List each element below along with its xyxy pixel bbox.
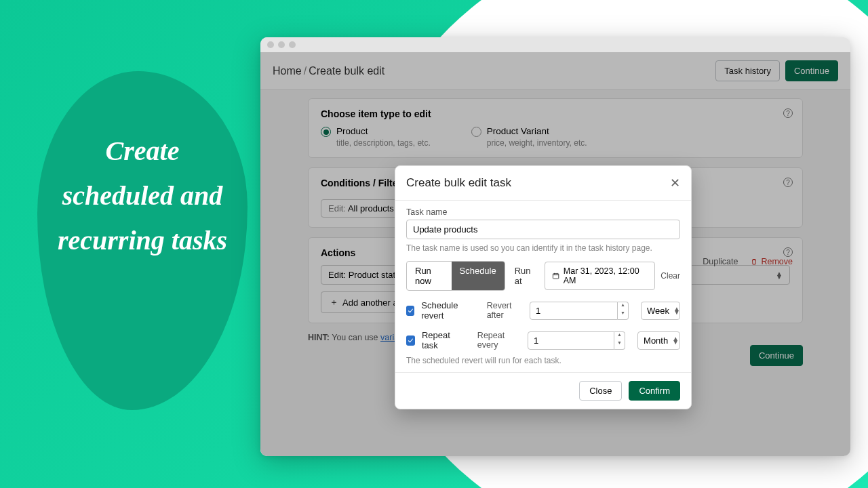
close-icon[interactable]: ✕ bbox=[670, 176, 680, 190]
radio-product-variant[interactable]: Product Variant price, weight, inventory… bbox=[471, 126, 587, 148]
chevron-up-icon: ▲ bbox=[618, 302, 628, 311]
action-edit-prefix: Edit: bbox=[328, 270, 346, 280]
trash-icon bbox=[750, 258, 758, 266]
remove-action[interactable]: Remove bbox=[750, 257, 793, 266]
window-max-dot[interactable] bbox=[289, 41, 296, 48]
clear-date-link[interactable]: Clear bbox=[660, 271, 680, 281]
chevron-updown-icon: ▲▼ bbox=[673, 307, 680, 314]
chevron-updown-icon: ▲▼ bbox=[776, 272, 783, 279]
run-now-option[interactable]: Run now bbox=[407, 262, 452, 290]
repeat-unit-select[interactable]: Month ▲▼ bbox=[637, 331, 680, 350]
radio-variant-desc: price, weight, inventory, etc. bbox=[487, 138, 587, 148]
check-icon bbox=[407, 307, 414, 314]
app-header: Home/Create bulk edit Task history Conti… bbox=[260, 52, 850, 90]
radio-variant-label: Product Variant bbox=[487, 126, 587, 136]
revert-after-stepper[interactable]: ▲▼ bbox=[618, 302, 629, 320]
task-history-button[interactable]: Task history bbox=[715, 60, 780, 81]
modal-title: Create bulk edit task bbox=[406, 176, 511, 190]
repeat-task-label: Repeat task bbox=[422, 330, 462, 350]
check-icon bbox=[407, 337, 414, 344]
revert-unit-select[interactable]: Week ▲▼ bbox=[641, 302, 680, 320]
revert-after-label: Revert after bbox=[487, 301, 523, 320]
duplicate-action[interactable]: Duplicate bbox=[703, 257, 738, 266]
breadcrumb-separator: / bbox=[304, 65, 307, 77]
run-mode-segment: Run now Schedule bbox=[406, 261, 505, 291]
run-at-datepicker[interactable]: Mar 31, 2023, 12:00 AM bbox=[545, 262, 656, 290]
schedule-revert-label: Schedule revert bbox=[421, 300, 471, 321]
run-at-value: Mar 31, 2023, 12:00 AM bbox=[564, 266, 648, 285]
chevron-updown-icon: ▲▼ bbox=[672, 337, 679, 344]
help-icon[interactable]: ? bbox=[783, 247, 793, 257]
radio-product-desc: title, description, tags, etc. bbox=[336, 138, 431, 148]
radio-product[interactable]: Product title, description, tags, etc. bbox=[321, 126, 431, 148]
modal-close-button[interactable]: Close bbox=[579, 381, 622, 401]
task-name-help: The task name is used so you can identif… bbox=[406, 243, 680, 253]
repeat-task-checkbox[interactable] bbox=[406, 336, 415, 346]
repeat-help-text: The scheduled revert will run for each t… bbox=[406, 356, 680, 365]
conditions-value: All products bbox=[348, 203, 394, 214]
chevron-up-icon: ▲ bbox=[614, 332, 625, 341]
calendar-icon bbox=[552, 272, 559, 280]
plus-icon: ＋ bbox=[330, 296, 338, 308]
run-at-label: Run at bbox=[515, 266, 539, 286]
help-icon[interactable]: ? bbox=[783, 108, 793, 118]
promo-headline: Create scheduled and recurring tasks bbox=[47, 129, 237, 263]
chevron-down-icon: ▼ bbox=[618, 310, 628, 319]
repeat-unit-value: Month bbox=[644, 336, 668, 346]
hint-body: You can use bbox=[332, 333, 380, 342]
chevron-down-icon: ▼ bbox=[614, 340, 625, 349]
window-titlebar bbox=[260, 37, 850, 52]
breadcrumb-home[interactable]: Home bbox=[273, 65, 302, 77]
continue-bottom-button[interactable]: Continue bbox=[750, 345, 803, 366]
conditions-summary-pill[interactable]: Edit: All products bbox=[321, 199, 401, 218]
create-task-modal: Create bulk edit task ✕ Task name The ta… bbox=[395, 165, 692, 409]
remove-action-label: Remove bbox=[761, 257, 793, 266]
radio-selected-icon bbox=[321, 127, 331, 137]
window-close-dot[interactable] bbox=[267, 41, 274, 48]
task-name-input[interactable] bbox=[406, 220, 680, 239]
svg-rect-0 bbox=[553, 274, 558, 279]
task-name-label: Task name bbox=[406, 207, 680, 217]
repeat-every-stepper[interactable]: ▲▼ bbox=[614, 331, 625, 350]
hint-prefix: HINT: bbox=[308, 333, 330, 342]
breadcrumb-current: Create bulk edit bbox=[309, 65, 384, 77]
window-min-dot[interactable] bbox=[278, 41, 285, 48]
choose-type-title: Choose item type to edit bbox=[321, 108, 790, 119]
edit-prefix: Edit: bbox=[328, 203, 346, 214]
revert-unit-value: Week bbox=[647, 306, 669, 316]
modal-confirm-button[interactable]: Confirm bbox=[629, 381, 680, 401]
repeat-every-input[interactable] bbox=[528, 331, 614, 350]
schedule-option[interactable]: Schedule bbox=[452, 262, 505, 290]
repeat-every-label: Repeat every bbox=[477, 331, 521, 350]
schedule-revert-checkbox[interactable] bbox=[406, 306, 414, 316]
continue-button[interactable]: Continue bbox=[785, 60, 838, 81]
radio-unselected-icon bbox=[471, 127, 481, 137]
radio-product-label: Product bbox=[336, 126, 431, 136]
revert-after-input[interactable] bbox=[530, 302, 618, 320]
breadcrumb: Home/Create bulk edit bbox=[273, 65, 384, 77]
help-icon[interactable]: ? bbox=[783, 178, 793, 187]
choose-item-type-card: ? Choose item type to edit Product title… bbox=[308, 98, 803, 158]
